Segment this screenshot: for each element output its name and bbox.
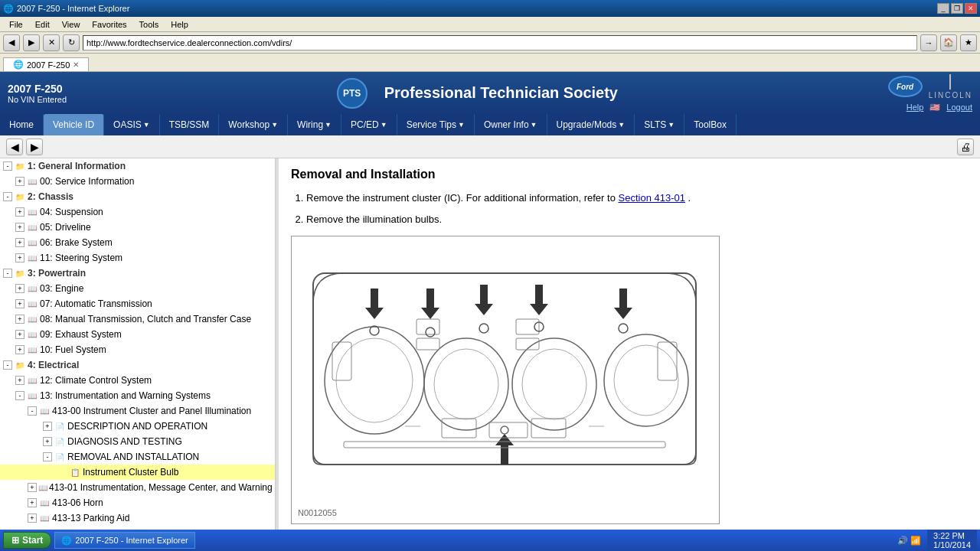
tree-brake[interactable]: + 📖 06: Brake System (0, 235, 275, 250)
expand-fuel[interactable]: + (15, 345, 24, 354)
tree-fuel[interactable]: + 📖 10: Fuel System (0, 342, 275, 357)
home-button[interactable]: 🏠 (940, 34, 957, 51)
nav-vehicle-id[interactable]: Vehicle ID (44, 114, 104, 135)
tab-icon: 🌐 (13, 60, 24, 70)
menu-edit[interactable]: Edit (29, 18, 56, 31)
expand-exhaust[interactable]: + (15, 330, 24, 339)
svg-rect-11 (416, 338, 439, 350)
tree-powertrain[interactable]: - 📁 3: Powertrain (0, 266, 275, 281)
expand-chassis[interactable]: - (3, 192, 12, 201)
restore-button[interactable]: ❐ (951, 3, 963, 14)
logout-link[interactable]: Logout (946, 103, 972, 112)
nav-tsb[interactable]: TSB/SSM (160, 114, 220, 135)
back-toolbar-button[interactable]: ◀ (6, 139, 23, 155)
expand-413-00[interactable]: - (28, 406, 37, 416)
nav-wiring[interactable]: Wiring▼ (288, 114, 341, 135)
browser-tab[interactable]: 🌐 2007 F-250 ✕ (3, 57, 89, 71)
expand-manual-trans[interactable]: + (15, 315, 24, 324)
tree-electrical[interactable]: - 📁 4: Electrical (0, 357, 275, 373)
section-link[interactable]: Section 413-01 (619, 192, 685, 204)
nav-workshop[interactable]: Workshop▼ (219, 114, 288, 135)
expand-service-info[interactable]: + (15, 177, 24, 186)
tree-auto-trans[interactable]: + 📖 07: Automatic Transmission (0, 296, 275, 311)
header-links[interactable]: Help 🇺🇸 Logout (906, 103, 972, 112)
book-icon-brake: 📖 (26, 236, 38, 249)
menu-tools[interactable]: Tools (133, 18, 165, 31)
tree-instrumentation[interactable]: - 📖 13: Instrumentation and Warning Syst… (0, 388, 275, 403)
nav-service-tips[interactable]: Service Tips▼ (397, 114, 475, 135)
expand-powertrain[interactable]: - (3, 269, 12, 278)
expand-413-06[interactable]: + (28, 498, 37, 507)
tree-413-13[interactable]: + 📖 413-13 Parking Aid (0, 510, 275, 526)
tree-413-01[interactable]: + 📖 413-01 Instrumentation, Message Cent… (0, 480, 275, 495)
expand-diag-test[interactable]: + (43, 437, 52, 446)
doc-icon-diag: 📄 (54, 435, 66, 448)
forward-toolbar-button[interactable]: ▶ (26, 139, 43, 155)
tree-service-info[interactable]: + 📖 00: Service Information (0, 174, 275, 189)
tree-driveline[interactable]: + 📖 05: Driveline (0, 220, 275, 235)
minimize-button[interactable]: _ (937, 3, 949, 14)
tree-chassis[interactable]: - 📁 2: Chassis (0, 189, 275, 204)
tree-desc-op[interactable]: + 📄 DESCRIPTION AND OPERATION (0, 419, 275, 434)
stop-button[interactable]: ✕ (43, 34, 60, 51)
expand-removal[interactable]: - (43, 452, 52, 461)
expand-suspension[interactable]: + (15, 207, 24, 217)
help-link[interactable]: Help (906, 103, 924, 112)
expand-brake[interactable]: + (15, 238, 24, 247)
refresh-button[interactable]: ↻ (63, 34, 80, 51)
expand-desc-op[interactable]: + (43, 422, 52, 431)
nav-slts[interactable]: SLTS▼ (635, 114, 684, 135)
title-bar-left: 🌐 2007 F-250 - Internet Explorer (3, 4, 129, 14)
tree-413-00[interactable]: - 📖 413-00 Instrument Cluster and Panel … (0, 403, 275, 419)
start-button[interactable]: ⊞ Start (3, 532, 51, 549)
menu-help[interactable]: Help (165, 18, 194, 31)
nav-home[interactable]: Home (0, 114, 44, 135)
back-button[interactable]: ◀ (3, 34, 20, 51)
tree-diag-test[interactable]: + 📄 DIAGNOSIS AND TESTING (0, 434, 275, 449)
content-list: Remove the instrument cluster (IC). For … (306, 191, 968, 227)
sidebar[interactable]: - 📁 1: General Information + 📖 00: Servi… (0, 158, 276, 551)
tree-climate[interactable]: + 📖 12: Climate Control System (0, 373, 275, 388)
menu-view[interactable]: View (56, 18, 87, 31)
doc-icon-desc: 📄 (54, 420, 66, 432)
menu-file[interactable]: File (3, 18, 29, 31)
book-icon-drv: 📖 (26, 221, 38, 233)
content-title: Removal and Installation (291, 168, 968, 181)
nav-toolbox[interactable]: ToolBox (684, 114, 737, 135)
tree-exhaust[interactable]: + 📖 09: Exhaust System (0, 327, 275, 342)
go-button[interactable]: → (920, 34, 937, 51)
tree-steering[interactable]: + 📖 11: Steering System (0, 250, 275, 266)
tab-close-button[interactable]: ✕ (73, 60, 79, 69)
expand-driveline[interactable]: + (15, 223, 24, 232)
nav-owner-info[interactable]: Owner Info▼ (475, 114, 547, 135)
expand-instrumentation[interactable]: - (15, 391, 24, 400)
removal-label: REMOVAL AND INSTALLATION (67, 452, 199, 462)
forward-button[interactable]: ▶ (23, 34, 40, 51)
expand-engine[interactable]: + (15, 284, 24, 293)
expand-climate[interactable]: + (15, 376, 24, 385)
expand-413-01[interactable]: + (28, 483, 37, 492)
tree-removal-install[interactable]: - 📄 REMOVAL AND INSTALLATION (0, 449, 275, 465)
tree-manual-trans[interactable]: + 📖 08: Manual Transmission, Clutch and … (0, 311, 275, 327)
favorites-button[interactable]: ★ (960, 34, 977, 51)
tree-suspension[interactable]: + 📖 04: Suspension (0, 204, 275, 220)
expand-electrical[interactable]: - (3, 360, 12, 370)
expand-413-13[interactable]: + (28, 514, 37, 523)
address-input[interactable] (83, 35, 917, 51)
tree-general-info[interactable]: - 📁 1: General Information (0, 158, 275, 174)
413-00-label: 413-00 Instrument Cluster and Panel Illu… (52, 406, 251, 416)
expand-general-info[interactable]: - (3, 161, 12, 171)
nav-pced[interactable]: PC/ED▼ (341, 114, 397, 135)
expand-auto-trans[interactable]: + (15, 299, 24, 308)
tree-cluster-bulb[interactable]: 📋 Instrument Cluster Bulb (0, 465, 275, 480)
nav-oasis[interactable]: OASIS▼ (104, 114, 160, 135)
print-button[interactable]: 🖨 (957, 139, 974, 155)
expand-steering[interactable]: + (15, 253, 24, 262)
taskbar-ie-item[interactable]: 🌐 2007 F-250 - Internet Explorer (54, 532, 194, 549)
close-button[interactable]: ✕ (965, 3, 977, 14)
menu-favorites[interactable]: Favorites (86, 18, 132, 31)
tree-engine[interactable]: + 📖 03: Engine (0, 281, 275, 296)
clock-time: 3:22 PM (933, 531, 971, 540)
nav-upgrade[interactable]: Upgrade/Mods▼ (547, 114, 635, 135)
tree-413-06[interactable]: + 📖 413-06 Horn (0, 495, 275, 510)
